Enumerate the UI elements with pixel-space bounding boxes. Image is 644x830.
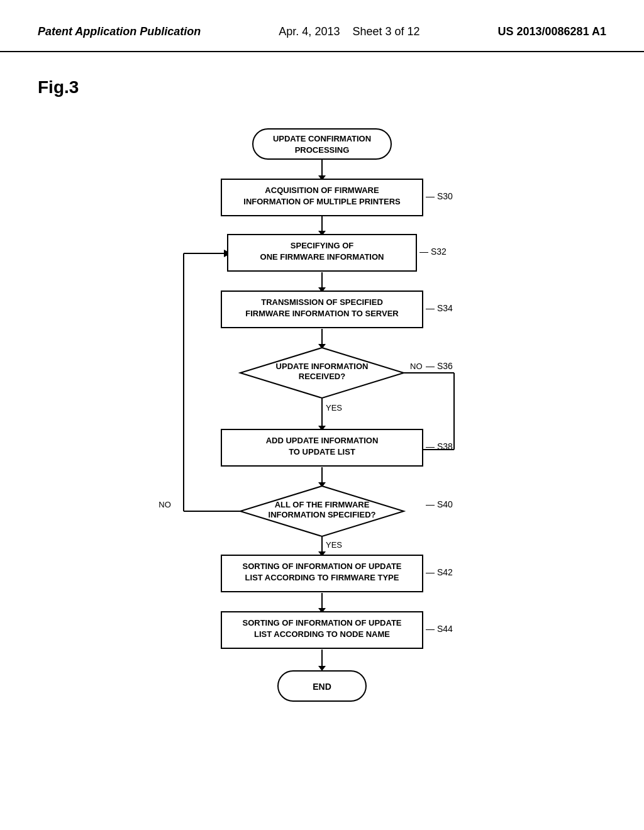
svg-text:— S30: — S30: [426, 191, 453, 201]
page-header: Patent Application Publication Apr. 4, 2…: [0, 0, 644, 52]
svg-text:— S38: — S38: [426, 441, 453, 451]
svg-text:— S44: — S44: [426, 624, 453, 634]
svg-text:ONE FIRMWARE INFORMATION: ONE FIRMWARE INFORMATION: [260, 252, 384, 262]
svg-marker-25: [318, 666, 326, 671]
svg-text:FIRMWARE INFORMATION TO SERVER: FIRMWARE INFORMATION TO SERVER: [245, 309, 399, 318]
svg-text:LIST ACCORDING TO NODE NAME: LIST ACCORDING TO NODE NAME: [254, 629, 390, 639]
svg-text:NO: NO: [410, 362, 423, 371]
svg-text:SORTING OF INFORMATION OF UPDA: SORTING OF INFORMATION OF UPDATE: [242, 562, 401, 571]
flowchart: UPDATE CONFIRMATION PROCESSING ACQUISITI…: [102, 116, 542, 733]
svg-text:ADD UPDATE INFORMATION: ADD UPDATE INFORMATION: [266, 436, 379, 445]
svg-text:INFORMATION OF MULTIPLE PRINTE: INFORMATION OF MULTIPLE PRINTERS: [243, 197, 401, 206]
svg-text:— S36: — S36: [426, 361, 453, 371]
publication-label: Patent Application Publication: [38, 25, 201, 38]
publication-date: Apr. 4, 2013: [279, 25, 340, 38]
sheet-info: Sheet 3 of 12: [352, 25, 419, 38]
svg-text:PROCESSING: PROCESSING: [295, 145, 350, 155]
svg-text:— S40: — S40: [426, 499, 453, 509]
svg-text:ALL OF THE FIRMWARE: ALL OF THE FIRMWARE: [275, 500, 370, 509]
patent-number: US 2013/0086281 A1: [498, 25, 606, 38]
svg-text:— S42: — S42: [426, 567, 453, 577]
date-sheet: Apr. 4, 2013 Sheet 3 of 12: [279, 25, 419, 38]
svg-text:INFORMATION SPECIFIED?: INFORMATION SPECIFIED?: [269, 510, 376, 519]
figure-label: Fig.3: [38, 77, 606, 97]
svg-text:TO UPDATE LIST: TO UPDATE LIST: [289, 447, 355, 456]
svg-text:END: END: [313, 682, 331, 692]
svg-text:RECEIVED?: RECEIVED?: [299, 372, 345, 381]
svg-text:— S34: — S34: [426, 303, 453, 313]
svg-text:TRANSMISSION OF SPECIFIED: TRANSMISSION OF SPECIFIED: [261, 297, 383, 307]
svg-text:YES: YES: [326, 540, 342, 550]
svg-text:UPDATE CONFIRMATION: UPDATE CONFIRMATION: [273, 134, 371, 143]
svg-text:— S32: — S32: [419, 246, 447, 257]
main-content: Fig.3: [0, 52, 644, 758]
svg-text:SPECIFYING OF: SPECIFYING OF: [291, 241, 353, 250]
svg-text:NO: NO: [158, 500, 171, 509]
svg-text:ACQUISITION OF FIRMWARE: ACQUISITION OF FIRMWARE: [265, 185, 379, 195]
svg-text:LIST ACCORDING TO FIRMWARE TYP: LIST ACCORDING TO FIRMWARE TYPE: [245, 573, 399, 582]
svg-text:SORTING OF INFORMATION OF UPDA: SORTING OF INFORMATION OF UPDATE: [242, 618, 401, 628]
svg-text:YES: YES: [326, 403, 342, 412]
svg-text:UPDATE INFORMATION: UPDATE INFORMATION: [276, 362, 369, 371]
